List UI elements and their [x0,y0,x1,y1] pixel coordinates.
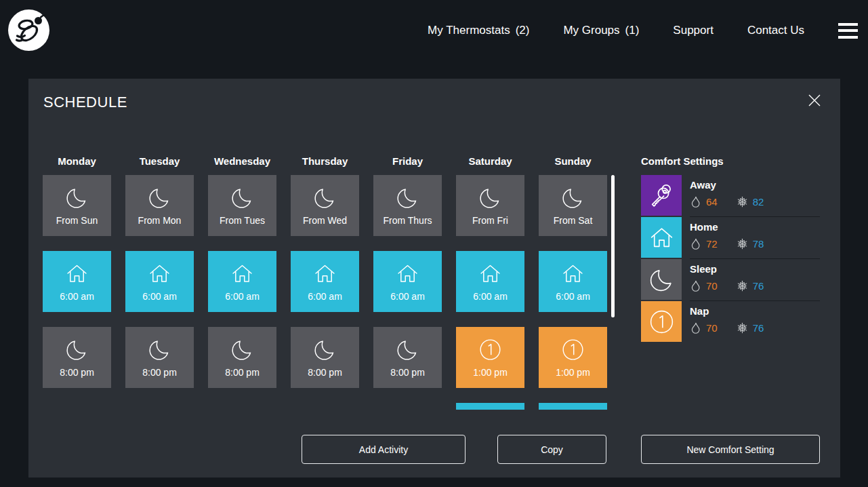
page-title: SCHEDULE [43,94,127,111]
tile-label: From Mon [138,215,182,226]
schedule-tile-sleep[interactable]: From Wed [291,175,359,236]
tile-label: 8:00 pm [142,367,177,378]
tile-label: 8:00 pm [60,367,94,378]
nav-support[interactable]: Support [673,24,714,37]
schedule-tile-sleep[interactable]: From Mon [125,175,194,236]
schedule-tile-home[interactable]: 6:00 am [539,251,607,312]
moon-icon [395,337,420,362]
flame-icon [690,280,701,292]
schedule-tile-home[interactable]: 6:00 am [125,251,194,312]
home-icon [395,261,420,286]
heat-setpoint: 72 [706,238,718,250]
hamburger-bar [838,29,858,32]
schedule-tile-sleep[interactable]: 8:00 pm [373,327,442,388]
nav-contact-us[interactable]: Contact Us [747,24,804,37]
schedule-tile-home[interactable]: 6:00 am [373,251,442,312]
comfort-info: Home 72 78 [690,217,820,259]
moon-icon [560,185,585,210]
schedule-panel: SCHEDULE Monday From Sun 6:00 am 8:00 pm… [28,79,840,478]
moon-icon [478,185,503,210]
cool-setpoint: 76 [753,322,764,334]
day-header: Saturday [456,147,524,175]
nav-count: (2) [516,24,530,37]
moon-icon [395,185,420,210]
schedule-tile-sleep[interactable]: 8:00 pm [125,327,194,388]
comfort-name: Sleep [690,263,820,275]
schedule-tile-sleep[interactable]: From Sat [539,175,607,236]
comfort-info: Sleep 70 76 [690,259,820,301]
nav-label: My Groups [563,24,619,37]
day-column-monday: Monday From Sun 6:00 am 8:00 pm [43,147,111,388]
home-tile [641,217,682,258]
close-icon[interactable] [808,94,821,107]
snowflake-icon [737,280,748,292]
flame-icon [690,238,701,250]
hamburger-bar [838,23,858,26]
tile-label: From Wed [303,215,347,226]
day-header: Friday [373,147,442,175]
cool-setpoint: 82 [753,196,764,208]
home-icon [147,261,172,286]
schedule-tile-home[interactable]: 6:00 am [208,251,276,312]
schedule-tile-sleep[interactable]: From Fri [456,175,524,236]
tile-label: 6:00 am [556,291,590,302]
schedule-tile-partial[interactable] [456,403,524,410]
nav-label: Contact Us [747,24,804,37]
schedule-tile-sleep[interactable]: 8:00 pm [43,327,111,388]
day-header: Thursday [291,147,359,175]
sleep-tile [641,259,682,300]
flame-icon [690,196,701,208]
snowflake-icon [737,238,748,250]
tile-label: 8:00 pm [225,367,260,378]
day-header: Sunday [539,147,607,175]
flame-icon [690,322,701,334]
home-icon [648,224,676,252]
comfort-settings-title: Comfort Settings [641,147,820,175]
comfort-name: Home [690,221,820,233]
day-column-tuesday: Tuesday From Mon 6:00 am 8:00 pm [125,147,194,388]
schedule-tile-home[interactable]: 6:00 am [456,251,524,312]
tile-label: From Sun [56,215,98,226]
nav-my-thermostats[interactable]: My Thermostats(2) [428,24,529,37]
comfort-name: Away [690,179,820,191]
nav-label: Support [673,24,714,37]
add-activity-button[interactable]: Add Activity [302,435,466,464]
schedule-tile-sleep[interactable]: From Thurs [373,175,442,236]
moon-icon [230,185,255,210]
tile-label: 6:00 am [142,291,177,302]
schedule-tile-partial[interactable] [539,403,607,410]
bee-logo[interactable] [8,9,49,51]
tile-label: 1:00 pm [473,367,508,378]
cool-setpoint: 76 [753,280,764,292]
bee-icon [8,9,49,51]
hamburger-bar [838,36,858,39]
tile-label: 1:00 pm [556,367,590,378]
schedule-tile-sleep[interactable]: 8:00 pm [208,327,276,388]
nav-my-groups[interactable]: My Groups(1) [563,24,639,37]
away-tile [641,175,682,216]
tile-label: 6:00 am [308,291,342,302]
hamburger-menu-icon[interactable] [838,23,858,39]
schedule-tile-sleep[interactable]: From Sun [43,175,111,236]
schedule-tile-sleep[interactable]: From Tues [208,175,276,236]
home-icon [560,261,585,286]
schedule-tile-home[interactable]: 6:00 am [291,251,359,312]
moon-icon [147,185,172,210]
tile-label: 6:00 am [390,291,425,302]
schedule-tile-home[interactable]: 6:00 am [43,251,111,312]
schedule-tile-nap[interactable]: 1:00 pm [456,327,524,388]
schedule-tile-nap[interactable]: 1:00 pm [539,327,607,388]
tile-label: 6:00 am [473,291,508,302]
scrollbar-thumb[interactable] [611,175,615,317]
home-icon [64,261,89,286]
comfort-setting-home[interactable]: Home 72 78 [641,217,820,259]
comfort-setting-nap[interactable]: Nap 70 76 [641,301,820,343]
snowflake-icon [737,322,748,334]
comfort-setting-away[interactable]: Away 64 82 [641,175,820,217]
new-comfort-setting-button[interactable]: New Comfort Setting [641,435,820,464]
copy-button[interactable]: Copy [497,435,606,464]
schedule-tile-sleep[interactable]: 8:00 pm [291,327,359,388]
day-column-saturday: Saturday From Fri 6:00 am 1:00 pm [456,147,524,410]
comfort-setting-sleep[interactable]: Sleep 70 76 [641,259,820,301]
day-column-friday: Friday From Thurs 6:00 am 8:00 pm [373,147,442,388]
